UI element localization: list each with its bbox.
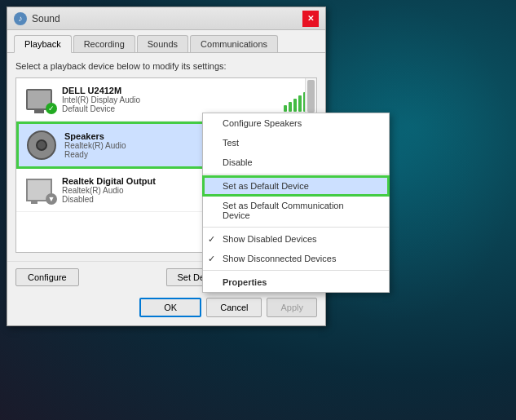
volume-bars-dell [284, 87, 307, 112]
tab-communications[interactable]: Communications [190, 35, 278, 52]
ctx-separator-3 [203, 270, 389, 271]
tab-recording[interactable]: Recording [73, 35, 135, 52]
device-name-dell: DELL U2412M [62, 86, 284, 95]
ok-button[interactable]: OK [139, 298, 201, 317]
speaker-icon [27, 130, 56, 160]
ctx-show-disconnected[interactable]: ✓ Show Disconnected Devices [203, 249, 389, 268]
device-driver-dell: Intel(R) Display Audio [62, 95, 284, 104]
tab-playback[interactable]: Playback [14, 35, 72, 53]
ctx-configure-speakers-label: Configure Speakers [223, 118, 302, 128]
close-button[interactable]: ✕ [302, 11, 319, 27]
tab-bar: Playback Recording Sounds Communications [7, 30, 325, 53]
ctx-test-label: Test [223, 138, 239, 148]
speaker-inner [36, 139, 47, 151]
dialog-footer: OK Cancel Apply [7, 293, 325, 325]
title-bar-left: ♪ Sound [14, 12, 60, 25]
ctx-separator-1 [203, 174, 389, 175]
ctx-show-disconnected-check: ✓ [208, 254, 215, 264]
device-info-dell: DELL U2412M Intel(R) Display Audio Defau… [62, 86, 284, 113]
vol-bar-1 [284, 105, 287, 112]
tab-sounds[interactable]: Sounds [137, 35, 188, 52]
device-icon-digital: ▼ [23, 174, 55, 206]
title-bar: ♪ Sound ✕ [7, 7, 325, 30]
ctx-set-comm-label: Set as Default Communication Device [223, 201, 369, 220]
down-badge-icon: ▼ [46, 193, 57, 205]
ctx-show-disabled[interactable]: ✓ Show Disabled Devices [203, 229, 389, 249]
vol-bar-3 [293, 99, 297, 112]
ctx-disable[interactable]: Disable [203, 153, 389, 172]
device-icon-speakers [25, 129, 58, 161]
check-badge: ✓ [46, 103, 57, 114]
sound-icon: ♪ [14, 12, 27, 25]
ctx-disable-label: Disable [223, 157, 253, 167]
vol-bar-2 [289, 102, 292, 112]
checkmark-icon: ✓ [46, 103, 57, 114]
ctx-show-disconnected-label: Show Disconnected Devices [223, 254, 336, 263]
ctx-test[interactable]: Test [203, 133, 389, 153]
apply-button[interactable]: Apply [267, 298, 317, 317]
ctx-set-default[interactable]: Set as Default Device [203, 176, 389, 196]
vol-bar-4 [298, 95, 302, 112]
cancel-button[interactable]: Cancel [206, 298, 262, 317]
context-menu: Configure Speakers Test Disable Set as D… [202, 113, 390, 293]
down-badge-wrap: ▼ [46, 193, 57, 205]
configure-button[interactable]: Configure [15, 268, 79, 286]
ctx-properties[interactable]: Properties [203, 272, 389, 292]
ctx-set-comm[interactable]: Set as Default Communication Device [203, 196, 389, 225]
instruction-text: Select a playback device below to modify… [15, 61, 317, 71]
ctx-show-disabled-check: ✓ [208, 234, 215, 245]
ctx-set-default-label: Set as Default Device [223, 181, 309, 191]
device-icon-dell: ✓ [23, 83, 55, 116]
scrollbar-thumb [307, 80, 315, 113]
ctx-configure-speakers[interactable]: Configure Speakers [203, 113, 389, 133]
ctx-properties-label: Properties [223, 277, 267, 287]
window-title: Sound [32, 13, 60, 24]
ctx-show-disabled-label: Show Disabled Devices [223, 234, 317, 244]
ctx-separator-2 [203, 227, 389, 228]
